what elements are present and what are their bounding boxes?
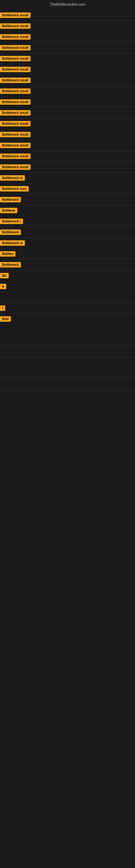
bottleneck-result-label: Bottlene [0, 208, 17, 213]
bottleneck-bar: Bottleneck result [0, 42, 31, 53]
list-item [0, 379, 135, 390]
list-item [0, 335, 135, 346]
bottleneck-bar: I [0, 303, 5, 313]
bottleneck-bar: Bottleneck result [0, 31, 31, 42]
bottleneck-result-label: Bottleneck result [0, 99, 31, 105]
bottleneck-bar: Bottleneck resu [0, 183, 29, 194]
bottleneck-result-label: Bottleneck resu [0, 186, 29, 191]
list-item: Bottlene [0, 205, 135, 216]
bottleneck-result-label: Bottleneck r [0, 219, 23, 224]
list-item: Bottleneck [0, 194, 135, 205]
header: TheBottlenecker.com [0, 0, 135, 10]
list-item [0, 390, 135, 400]
bottleneck-result-label: I [0, 305, 5, 311]
list-item: Bottleneck result [0, 118, 135, 129]
list-item: Bottleneck result [0, 75, 135, 86]
list-item: Bottleneck [0, 259, 135, 270]
list-item: Bottleneck result [0, 97, 135, 107]
list-item: Bottleneck r [0, 216, 135, 227]
bottleneck-result-label: Bottleneck result [0, 132, 31, 137]
bottleneck-bar: Bottleneck r [0, 216, 23, 226]
list-item: Bottleneck result [0, 107, 135, 118]
bottleneck-bar: Bottlene [0, 205, 17, 216]
list-item: Bottlen [0, 248, 135, 259]
bottleneck-result-label: Bottleneck result [0, 23, 31, 29]
bottleneck-result-label: Bottleneck result [0, 121, 31, 126]
list-item: Bottleneck result [0, 86, 135, 97]
bottleneck-bar: Bottleneck result [0, 75, 31, 86]
bottleneck-result-label: Bottleneck result [0, 34, 31, 40]
list-item [0, 368, 135, 379]
bottleneck-bar: Bott [0, 314, 11, 324]
list-item: Bottleneck re [0, 238, 135, 248]
list-item: Bottleneck result [0, 64, 135, 75]
bottleneck-bar: Bottleneck result [0, 118, 31, 129]
bottleneck-result-label: Bott [0, 316, 11, 322]
bottleneck-result-label: Bottleneck result [0, 164, 31, 170]
bottleneck-bar: Bottleneck result [0, 140, 31, 151]
list-item: b [0, 281, 135, 292]
list-item: Bottleneck re [0, 173, 135, 183]
bottleneck-result-label: Bottleneck re [0, 240, 25, 246]
list-item [0, 292, 135, 303]
list-item: Bottleneck result [0, 31, 135, 42]
list-item: I [0, 303, 135, 314]
bottleneck-result-label: Bottleneck result [0, 67, 31, 72]
bottleneck-result-label: Bottleneck result [0, 143, 31, 148]
list-item: Bottleneck result [0, 162, 135, 173]
bottleneck-bar: Bottleneck [0, 194, 21, 205]
bottleneck-result-label: Bottleneck re [0, 175, 25, 181]
bottleneck-bar: Bottleneck re [0, 173, 25, 183]
list-item: Bottleneck result [0, 42, 135, 53]
bottleneck-bar: Bottleneck result [0, 21, 31, 31]
bottleneck-result-label: Bottleneck result [0, 12, 31, 18]
list-item: Bo [0, 270, 135, 281]
list-item: Bottleneck result [0, 151, 135, 162]
list-item: Bottleneck result [0, 140, 135, 151]
bottleneck-result-label: Bottleneck result [0, 78, 31, 83]
list-item [0, 346, 135, 357]
bottleneck-bar: Bottleneck result [0, 162, 31, 172]
bottleneck-result-label: Bottleneck [0, 197, 21, 203]
bottleneck-bar: Bottleneck result [0, 53, 31, 64]
bottleneck-bar: Bottleneck result [0, 97, 31, 107]
bottleneck-result-label: Bottleneck [0, 262, 21, 268]
bottleneck-bar: Bottleneck result [0, 86, 31, 96]
list-item: Bottleneck result [0, 53, 135, 64]
bottleneck-result-label: b [0, 284, 6, 289]
bottleneck-bar: Bottlen [0, 248, 15, 259]
bottleneck-bar: Bottleneck result [0, 10, 31, 20]
bottleneck-bar: Bottleneck result [0, 129, 31, 140]
bottleneck-bar: Bottleneck [0, 259, 21, 270]
bottleneck-bar: b [0, 281, 6, 291]
list-item: Bottleneck [0, 227, 135, 238]
list-item: Bott [0, 314, 135, 324]
bottleneck-result-label: Bottleneck result [0, 154, 31, 159]
list-item: Bottleneck result [0, 10, 135, 21]
bottleneck-bar: Bottleneck result [0, 107, 31, 118]
bottleneck-result-label: Bottleneck result [0, 56, 31, 61]
bottleneck-bar: Bottleneck result [0, 64, 31, 74]
list-item [0, 357, 135, 368]
bottleneck-result-label: Bottleneck [0, 229, 21, 235]
bottleneck-result-label: Bottleneck result [0, 45, 31, 51]
bottleneck-result-label: Bo [0, 273, 9, 278]
bottleneck-bar: Bottleneck [0, 227, 21, 237]
bottleneck-bar: Bottleneck re [0, 238, 25, 248]
bottleneck-result-label: Bottleneck result [0, 110, 31, 116]
list-item [0, 324, 135, 335]
bottleneck-bar: Bo [0, 270, 9, 281]
bottleneck-result-label: Bottleneck result [0, 88, 31, 94]
list-item: Bottleneck result [0, 21, 135, 31]
bottleneck-bar: Bottleneck result [0, 151, 31, 161]
chart-container: Bottleneck resultBottleneck resultBottle… [0, 10, 135, 400]
site-title: TheBottlenecker.com [0, 0, 135, 10]
bottleneck-result-label: Bottlen [0, 251, 15, 257]
list-item: Bottleneck result [0, 129, 135, 140]
list-item: Bottleneck resu [0, 183, 135, 194]
